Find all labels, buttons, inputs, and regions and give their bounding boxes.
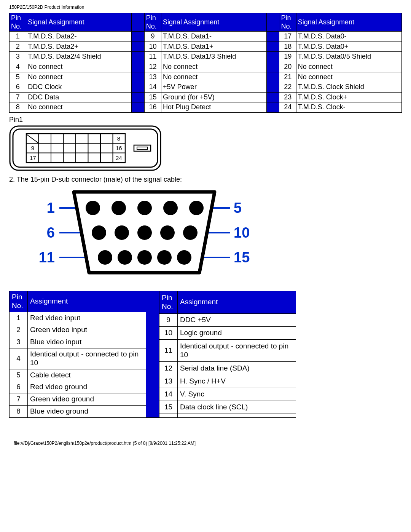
table-separator <box>132 62 144 72</box>
dvi-header-pin: Pin No. <box>10 13 26 32</box>
svg-text:11: 11 <box>39 249 55 265</box>
table-separator <box>267 52 279 62</box>
signal-assignment: No connect <box>161 62 267 72</box>
pin-number: 21 <box>279 72 296 82</box>
pin-number: 23 <box>279 92 296 102</box>
svg-text:1: 1 <box>47 200 55 216</box>
svg-rect-19 <box>137 147 148 149</box>
table-separator <box>132 32 144 42</box>
pin-number: 11 <box>144 52 161 62</box>
pin-number: 11 <box>159 339 178 362</box>
pin-number: 22 <box>279 82 296 93</box>
pin-number: 7 <box>10 393 28 406</box>
table-separator <box>267 102 279 113</box>
svg-point-40 <box>137 225 152 240</box>
pin-number: 4 <box>10 348 28 369</box>
table-separator <box>267 13 279 32</box>
pin-number: 1 <box>10 32 26 42</box>
table-separator <box>132 13 144 32</box>
svg-point-42 <box>183 225 198 240</box>
dvi-connector-diagram: 8 9 16 17 24 <box>9 125 402 171</box>
dvi-header-pin: Pin No. <box>144 13 161 32</box>
pin-number: 2 <box>10 324 28 336</box>
signal-assignment: T.M.D.S. Data1/3 Shield <box>161 52 267 62</box>
pin-number: 12 <box>144 62 161 72</box>
dvi-pin-table: Pin No. Signal Assignment Pin No. Signal… <box>9 13 402 113</box>
dsub-header-pin: Pin No. <box>159 291 178 313</box>
svg-text:17: 17 <box>30 155 36 161</box>
pin-assignment: Red video input <box>28 312 146 324</box>
pin-number: 5 <box>10 369 28 381</box>
pin-number: 18 <box>279 42 296 52</box>
pin-number: 13 <box>159 375 178 388</box>
signal-assignment: T.M.D.S. Clock- <box>296 102 401 113</box>
svg-point-46 <box>157 250 172 265</box>
pin-assignment: H. Sync / H+V <box>178 375 296 388</box>
svg-point-39 <box>115 225 129 240</box>
pin-number: 14 <box>144 82 161 93</box>
svg-text:15: 15 <box>234 249 250 265</box>
signal-assignment: T.M.D.S. Clock Shield <box>296 82 401 93</box>
dvi-header-pin: Pin No. <box>279 13 296 32</box>
signal-assignment: DDC Data <box>26 92 132 102</box>
svg-point-45 <box>137 250 152 265</box>
pin-number: 9 <box>159 313 178 326</box>
signal-assignment: T.M.D.S. Clock+ <box>296 92 401 102</box>
pin-number: 19 <box>279 52 296 62</box>
svg-point-41 <box>160 225 175 240</box>
pin1-label: Pin1 <box>9 116 402 124</box>
table-separator <box>267 32 279 42</box>
pin-assignment <box>178 414 296 418</box>
table-separator <box>132 72 144 82</box>
pin-assignment: Serial data line (SDA) <box>178 362 296 375</box>
table-separator <box>267 42 279 52</box>
pin-number: 14 <box>159 388 178 401</box>
pin-number: 15 <box>144 92 161 102</box>
pin-number: 12 <box>159 362 178 375</box>
dvi-header-sig: Signal Assignment <box>296 13 401 32</box>
signal-assignment: Ground (for +5V) <box>161 92 267 102</box>
signal-assignment: No connect <box>26 72 132 82</box>
signal-assignment: T.M.D.S. Data0/5 Shield <box>296 52 401 62</box>
dsub-header-sig: Assignment <box>28 291 146 312</box>
document-title: 150P2E/150P2D Product Information <box>9 5 402 10</box>
pin-assignment: Logic ground <box>178 326 296 339</box>
pin-number: 17 <box>279 32 296 42</box>
pin-number: 24 <box>279 102 296 113</box>
svg-text:8: 8 <box>117 135 120 142</box>
pin-assignment: DDC +5V <box>178 313 296 326</box>
pin-assignment: Data clock line (SCL) <box>178 401 296 414</box>
pin-number: 10 <box>144 42 161 52</box>
svg-text:16: 16 <box>116 145 122 151</box>
pin-assignment: Blue video ground <box>28 405 146 417</box>
dvi-header-sig: Signal Assignment <box>161 13 267 32</box>
table-separator <box>267 82 279 93</box>
pin-number: 6 <box>10 82 26 93</box>
dsub-caption: 2. The 15-pin D-sub connector (male) of … <box>9 176 402 184</box>
pin-number: 20 <box>279 62 296 72</box>
pin-number: 16 <box>144 102 161 113</box>
table-separator <box>132 82 144 93</box>
pin-assignment: Green video input <box>28 324 146 336</box>
pin-number: 9 <box>144 32 161 42</box>
signal-assignment: No connect <box>296 72 401 82</box>
pin-number: 4 <box>10 62 26 72</box>
svg-text:5: 5 <box>234 200 242 216</box>
svg-point-43 <box>98 250 112 265</box>
svg-point-47 <box>177 250 191 265</box>
dsub-pin-tables: Pin No. Assignment 1Red video input2Gree… <box>9 291 402 418</box>
pin-number: 3 <box>10 336 28 348</box>
svg-text:10: 10 <box>234 225 250 241</box>
dsub-table-left: Pin No. Assignment 1Red video input2Gree… <box>9 291 146 418</box>
pin-number: 8 <box>10 102 26 113</box>
pin-number: 6 <box>10 381 28 393</box>
signal-assignment: No connect <box>161 72 267 82</box>
table-separator <box>267 92 279 102</box>
pin-number: 13 <box>144 72 161 82</box>
table-separator <box>267 72 279 82</box>
table-separator <box>132 52 144 62</box>
dsub-table-right: Pin No. Assignment 9DDC +5V10Logic groun… <box>159 291 296 418</box>
signal-assignment: T.M.D.S. Data2/4 Shield <box>26 52 132 62</box>
page-footer: file:///D|/Grace/150P2/english/150p2e/pr… <box>9 441 402 446</box>
pin-number: 3 <box>10 52 26 62</box>
